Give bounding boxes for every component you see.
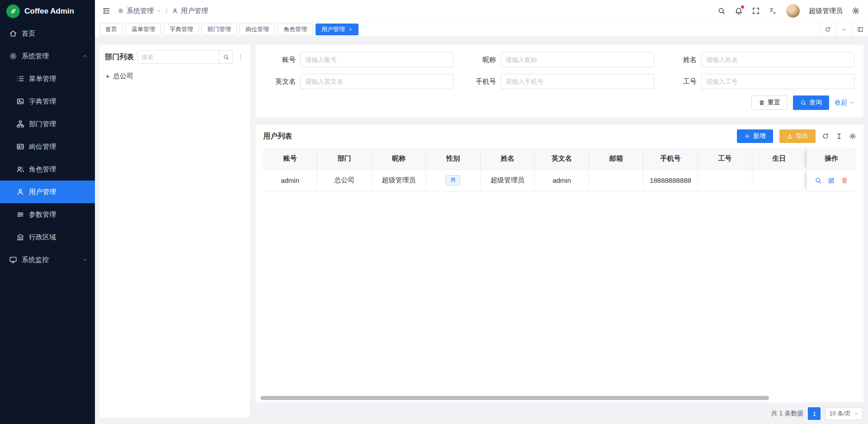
sidebar-item-role-management[interactable]: 角色管理 xyxy=(0,158,95,181)
topbar-right: 文A 超级管理员 xyxy=(717,4,860,18)
edit-row-button[interactable] xyxy=(828,177,835,184)
sidebar-item-post-management[interactable]: 岗位管理 xyxy=(0,135,95,158)
tab-menu-management[interactable]: 菜单管理 xyxy=(126,24,161,35)
department-search-input[interactable] xyxy=(138,51,219,63)
field-label: 英文名 xyxy=(265,77,300,86)
tab-post-management[interactable]: 岗位管理 xyxy=(240,24,275,35)
monitor-icon xyxy=(9,256,17,264)
app-logo[interactable]: Coffee Admin xyxy=(0,0,95,22)
delete-row-button[interactable] xyxy=(841,177,848,184)
refresh-icon xyxy=(822,133,829,140)
sidebar-item-home[interactable]: 首页 xyxy=(0,22,95,45)
pagination: 共 1 条数据 1 10 条/页 xyxy=(256,402,863,424)
export-button[interactable]: 导出 xyxy=(779,129,816,143)
magnifier-icon xyxy=(815,177,822,184)
table-row[interactable]: admin 总公司 超级管理员 男 超级管理员 admin 1888888888… xyxy=(263,170,856,191)
download-icon xyxy=(787,133,793,139)
search-button[interactable]: 查询 xyxy=(793,95,829,110)
nickname-input[interactable] xyxy=(500,52,654,67)
filter-field-nickname: 昵称 xyxy=(465,52,654,67)
sidebar-item-menu-management[interactable]: 菜单管理 xyxy=(0,67,95,90)
outdent-icon xyxy=(102,7,110,15)
department-tree: 总公司 xyxy=(105,64,245,89)
sidebar-item-user-management[interactable]: 用户管理 xyxy=(0,181,95,203)
department-panel-title: 部门列表 xyxy=(105,52,134,62)
tree-item-label: 总公司 xyxy=(113,72,133,81)
phone-input[interactable] xyxy=(500,74,654,89)
tab-close-icon[interactable] xyxy=(348,27,353,32)
sidebar-nav: 首页 系统管理 菜单管理 字典管理 部门管理 岗位管理 xyxy=(0,22,95,424)
tree-item-head-office[interactable]: 总公司 xyxy=(106,70,244,82)
tab-user-management[interactable]: 用户管理 xyxy=(316,24,359,35)
sidebar-item-label: 部门管理 xyxy=(29,120,56,129)
tab-label: 字典管理 xyxy=(170,25,193,33)
breadcrumb-item-system[interactable]: 系统管理 xyxy=(118,7,161,15)
column-header-gender: 性别 xyxy=(426,148,481,170)
tab-label: 岗位管理 xyxy=(245,25,269,33)
name-input[interactable] xyxy=(701,52,854,67)
field-label: 姓名 xyxy=(666,56,701,64)
refresh-table-button[interactable] xyxy=(822,133,829,140)
main-area: 系统管理 / 用户管理 xyxy=(95,0,868,424)
current-user-name[interactable]: 超级管理员 xyxy=(809,7,843,15)
user-list-toolbar: 新增 导出 xyxy=(737,129,856,143)
global-search-button[interactable] xyxy=(717,7,726,15)
collapse-filters-button[interactable]: 收起 xyxy=(835,99,854,107)
fullscreen-button[interactable] xyxy=(752,7,760,15)
add-user-button[interactable]: 新增 xyxy=(737,129,773,143)
work-id-input[interactable] xyxy=(701,74,854,89)
tab-role-management[interactable]: 角色管理 xyxy=(278,24,313,35)
tabbar-tools xyxy=(819,22,868,36)
sidebar-item-department-management[interactable]: 部门管理 xyxy=(0,113,95,135)
sidebar-item-admin-region[interactable]: 行政区域 xyxy=(0,226,95,248)
row-actions xyxy=(815,177,848,184)
sidebar-item-system-monitor[interactable]: 系统监控 xyxy=(0,248,95,271)
gender-tag: 男 xyxy=(446,175,460,185)
filter-field-work-id: 工号 xyxy=(666,74,854,89)
sidebar-item-system-management[interactable]: 系统管理 xyxy=(0,45,95,67)
column-header-english-name: 英文名 xyxy=(535,148,589,170)
org-tree-icon xyxy=(16,120,24,128)
column-header-work-id: 工号 xyxy=(698,148,752,170)
refresh-icon xyxy=(825,26,831,33)
leaf-icon xyxy=(6,5,20,18)
chevron-down-icon xyxy=(156,9,161,13)
pagination-total: 共 1 条数据 xyxy=(771,410,804,418)
column-header-account: 账号 xyxy=(263,148,317,170)
settings-button[interactable] xyxy=(852,7,860,15)
tab-department-management[interactable]: 部门管理 xyxy=(202,24,237,35)
page-1-button[interactable]: 1 xyxy=(808,407,821,420)
chevron-down-icon xyxy=(82,257,88,262)
department-more-button[interactable] xyxy=(236,53,245,61)
layout-icon xyxy=(857,26,863,33)
topbar: 系统管理 / 用户管理 xyxy=(95,0,868,22)
avatar[interactable] xyxy=(786,4,800,18)
department-search-group xyxy=(137,50,233,64)
tab-options-button[interactable] xyxy=(835,22,852,36)
page-size-select[interactable]: 10 条/页 xyxy=(825,407,863,420)
view-row-button[interactable] xyxy=(815,177,822,184)
tab-dictionary-management[interactable]: 字典管理 xyxy=(164,24,199,35)
reset-button[interactable]: 重置 xyxy=(751,95,788,110)
account-input[interactable] xyxy=(300,52,453,67)
row-height-button[interactable] xyxy=(835,133,843,140)
language-button[interactable]: 文A xyxy=(769,7,777,15)
table-settings-button[interactable] xyxy=(849,133,856,140)
department-panel-header: 部门列表 xyxy=(105,50,245,64)
english-name-input[interactable] xyxy=(300,74,453,89)
chevron-down-icon xyxy=(841,27,847,32)
tree-expand-icon[interactable] xyxy=(107,75,109,78)
notifications-button[interactable] xyxy=(735,7,743,15)
layout-toggle-button[interactable] xyxy=(852,22,868,36)
notification-badge xyxy=(741,5,744,9)
horizontal-scrollbar-thumb[interactable] xyxy=(260,396,769,400)
refresh-tab-button[interactable] xyxy=(819,22,835,36)
sidebar-collapse-button[interactable] xyxy=(102,7,110,15)
sidebar-item-parameter-management[interactable]: 参数管理 xyxy=(0,203,95,226)
page-size-value: 10 条/页 xyxy=(829,410,851,418)
tab-home[interactable]: 首页 xyxy=(99,24,123,35)
collapse-label: 收起 xyxy=(835,99,847,107)
department-search-button[interactable] xyxy=(219,51,232,63)
bank-icon xyxy=(16,233,24,241)
sidebar-item-dictionary-management[interactable]: 字典管理 xyxy=(0,90,95,113)
